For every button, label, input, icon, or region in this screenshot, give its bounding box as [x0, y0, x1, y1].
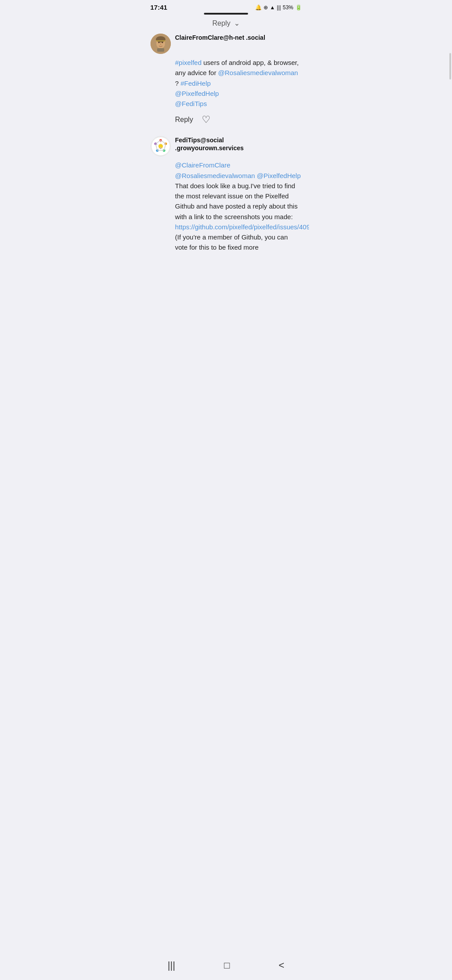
battery-icon: 🔋 [295, 4, 302, 11]
feditips-username: FediTips@social .growyourown.services [175, 136, 302, 152]
top-partial-bar: Reply ⌄ [143, 16, 309, 29]
svg-point-5 [160, 43, 161, 45]
feditips-text-main: That does look like a bug.I've tried to … [175, 182, 298, 220]
claire-username: ClaireFromClare@h-net .social [175, 34, 302, 42]
claire-post-content: #pixelfed users of android app, & browse… [175, 57, 302, 109]
feditips-username-block: FediTips@social .growyourown.services [175, 136, 302, 152]
alarm-icon: 🔔 [255, 4, 262, 11]
chevron-down-icon: ⌄ [234, 19, 240, 27]
svg-rect-11 [160, 148, 162, 149]
signal-icon: ▲ [270, 4, 275, 11]
wifi-icon: ⊕ [264, 4, 268, 11]
hashtag-pixelfed[interactable]: #pixelfed [175, 59, 202, 66]
claire-reply-button[interactable]: Reply [175, 116, 193, 124]
status-bar: 17:41 🔔 ⊕ ▲ ||| 53% 🔋 [143, 0, 309, 13]
feditips-post-card: FediTips@social .growyourown.services @C… [143, 132, 309, 258]
feditips-mention-pixelfedhelp[interactable]: @PixelfedHelp [257, 172, 301, 179]
status-time: 17:41 [151, 4, 167, 11]
svg-rect-6 [157, 48, 164, 52]
claire-avatar[interactable] [151, 34, 171, 54]
feditips-text-end: (If you're a member of Github, you can v… [175, 233, 288, 251]
signal-bars-icon: ||| [277, 4, 281, 11]
feditips-mention-claire[interactable]: @ClaireFromClare [175, 161, 230, 169]
top-partial-text: Reply [212, 19, 230, 27]
battery-text: 53% [282, 4, 293, 11]
claire-post-card: ClaireFromClare@h-net .social #pixelfed … [143, 29, 309, 131]
svg-point-4 [162, 42, 163, 43]
mention-pixelfedhelp[interactable]: @PixelfedHelp [175, 90, 219, 97]
svg-point-10 [159, 144, 162, 147]
feditips-avatar[interactable] [151, 136, 171, 156]
mention-rosalies[interactable]: @Rosaliesmedievalwoman [218, 69, 298, 76]
notch-bar [204, 13, 248, 15]
claire-heart-icon[interactable]: ♡ [202, 114, 211, 125]
svg-point-3 [158, 42, 159, 43]
claire-text-2: ? [175, 80, 179, 87]
feditips-mention-rosalies[interactable]: @Rosaliesmedievalwoman [175, 172, 255, 179]
feditips-github-link[interactable]: https://github.com/pixelfed/pixelfed/iss… [175, 223, 309, 231]
status-icons: 🔔 ⊕ ▲ ||| 53% 🔋 [255, 4, 301, 11]
hashtag-fedihelp[interactable]: #FediHelp [181, 80, 211, 87]
claire-post-actions: Reply ♡ [175, 114, 302, 125]
mention-feditips[interactable]: @FediTips [175, 100, 207, 107]
claire-post-header: ClaireFromClare@h-net .social [151, 34, 302, 54]
svg-rect-7 [156, 40, 166, 42]
claire-username-block: ClaireFromClare@h-net .social [175, 34, 302, 42]
feditips-post-header: FediTips@social .growyourown.services [151, 136, 302, 156]
feditips-post-content: @ClaireFromClare @Rosaliesmedievalwoman … [175, 160, 302, 252]
